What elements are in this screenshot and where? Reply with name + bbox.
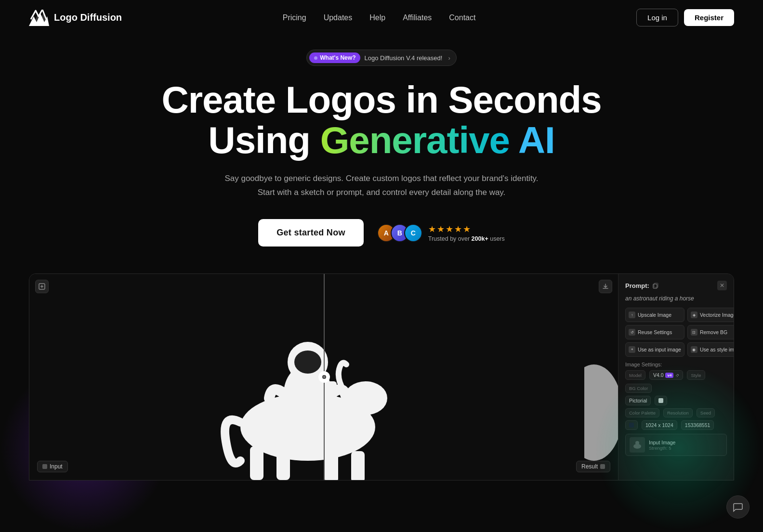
panel-header: Prompt: ✕ [625,281,727,290]
nav-link-help[interactable]: Help [369,13,385,22]
palette-swatch [629,423,634,428]
whats-new-dot [314,56,317,60]
svg-rect-7 [351,451,365,480]
upscale-image-button[interactable]: ↑ Upscale Image [625,308,684,322]
bg-color-chip: BG Color [625,384,652,393]
hero-heading: Create Logos in Seconds Using Generative… [10,79,753,160]
model-value-chip: V4.0 v4 [649,370,684,380]
bg-color-swatch-chip [655,396,667,405]
upscale-icon: ↑ [629,311,635,318]
cta-row: Get started Now A B C ★★★★★ Trusted by o… [10,219,753,247]
trust-text: Trusted by over 200k+ users [428,235,505,242]
canvas-tool-tr[interactable] [599,280,612,293]
panel-title: Prompt: [625,282,659,289]
input-image-thumbnail [630,437,645,453]
canvas-tool-icon [39,283,45,290]
style-value-chip: Pictorial [625,396,651,405]
nav-link-pricing[interactable]: Pricing [283,13,306,22]
remove-bg-button[interactable]: ⊡ Remove BG [687,325,734,339]
preview-canvas: Input Result [29,274,618,480]
prompt-text: an astronaut riding a horse [625,295,727,302]
canvas-label-result: Result [576,461,610,472]
edit-icon [675,373,679,377]
preview-panel: Prompt: ✕ an astronaut riding a horse ↑ … [618,274,734,480]
divider-handle-icon [322,375,327,379]
svg-point-18 [635,441,639,445]
use-as-input-button[interactable]: ⌖ Use as input image [625,342,684,357]
input-image-info: Input Image Strength: 5 [649,440,723,451]
vectorize-image-button[interactable]: ◈ Vectorize Image [687,308,734,322]
canvas-tool-tl[interactable] [35,280,49,293]
style-image-icon: ◉ [691,346,697,353]
svg-rect-13 [42,464,47,469]
svg-point-12 [584,364,618,461]
settings-row-1: Model V4.0 v4 Style BG Color [625,370,727,393]
generative-text: Generative [320,119,510,161]
panel-buttons-grid: ↑ Upscale Image ◈ Vectorize Image ↺ Reus… [625,308,727,357]
avatars: A B C [377,224,422,242]
input-image-title: Input Image [649,440,723,445]
canvas-divider [324,274,325,480]
social-proof: A B C ★★★★★ Trusted by over 200k+ users [377,224,505,242]
avatar-3: C [404,224,422,242]
nav-link-affiliates[interactable]: Affiliates [403,13,432,22]
settings-row-3: Color Palette Resolution Seed [625,408,727,417]
resolution-value-chip: 1024 x 1024 [642,420,677,430]
register-button[interactable]: Register [684,9,734,26]
svg-rect-5 [276,451,290,480]
canvas-label-input: Input [37,461,68,472]
svg-rect-16 [654,283,658,287]
seed-value-chip: 153368551 [681,420,714,430]
divider-handle[interactable] [318,371,330,383]
svg-point-10 [294,350,321,374]
input-label-icon [42,464,47,469]
nav-link-contact[interactable]: Contact [449,13,475,22]
ai-text: AI [518,119,555,161]
result-label-icon [600,464,605,469]
seed-chip: Seed [697,408,715,417]
nav-link-updates[interactable]: Updates [324,13,353,22]
copy-icon[interactable] [652,282,659,289]
model-chip: Model [625,370,645,380]
stars-trust: ★★★★★ Trusted by over 200k+ users [428,224,505,242]
settings-row-4: 1024 x 1024 153368551 [625,420,727,430]
hero-subtitle: Say goodbye to generic designs. Create c… [10,172,753,200]
nav-links: Pricing Updates Help Affiliates Contact [283,13,476,22]
whats-new-badge: What's New? [309,52,360,63]
panel-close-button[interactable]: ✕ [717,281,727,290]
svg-rect-15 [653,284,657,288]
image-settings-label: Image Settings: [625,362,727,367]
horse-thumb-icon [632,440,643,450]
login-button[interactable]: Log in [636,9,678,26]
logo-text: Logo Diffusion [54,12,122,23]
v4-badge: v4 [665,373,673,378]
settings-row-2: Pictorial [625,396,727,405]
announcement-badge[interactable]: What's New? Logo Diffusion V.4 released!… [306,50,456,66]
logo-link[interactable]: Logo Diffusion [29,10,122,26]
style-chip: Style [687,370,705,380]
hero-section: What's New? Logo Diffusion V.4 released!… [0,35,763,247]
svg-rect-11 [320,381,337,405]
astronaut-horse-image [202,287,423,480]
reuse-settings-button[interactable]: ↺ Reuse Settings [625,325,684,339]
app-preview: Input Result Prompt: ✕ an astronaut ridi… [29,273,734,480]
remove-bg-icon: ⊡ [691,329,697,336]
logo-icon [29,10,49,26]
announcement-text: Logo Diffusion V.4 released! [364,54,442,62]
reuse-icon: ↺ [629,329,635,336]
color-swatch-dark [625,420,638,430]
chat-icon [733,502,743,512]
svg-rect-6 [325,446,338,480]
use-as-style-button[interactable]: ◉ Use as style image [687,342,734,357]
input-image-strength: Strength: 5 [649,445,723,451]
bg-color-swatch [658,398,663,403]
partial-horse-right [584,345,618,480]
svg-rect-4 [250,446,263,480]
resolution-chip: Resolution [663,408,693,417]
announcement-arrow: › [448,54,450,62]
nav-actions: Log in Register [636,9,734,26]
navbar: Logo Diffusion Pricing Updates Help Affi… [0,0,763,35]
chat-button[interactable] [726,495,750,519]
star-rating: ★★★★★ [428,224,472,234]
get-started-button[interactable]: Get started Now [258,219,364,247]
